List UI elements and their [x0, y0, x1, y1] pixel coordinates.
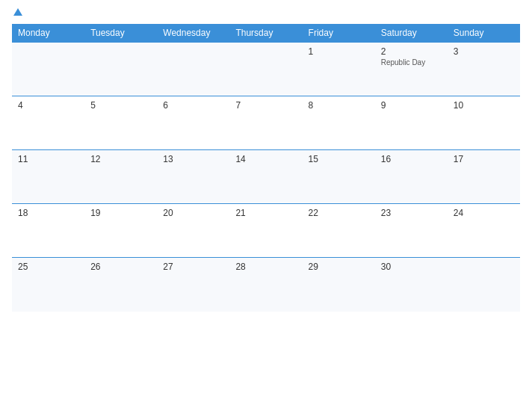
weekday-header-tuesday: Tuesday	[84, 24, 157, 43]
calendar-table: MondayTuesdayWednesdayThursdayFridaySatu…	[12, 24, 520, 312]
day-number: 28	[235, 262, 296, 272]
calendar-cell: 17	[448, 150, 520, 204]
calendar-cell	[229, 43, 302, 96]
calendar-week-row: 12Republic Day3	[12, 43, 520, 96]
calendar-page: MondayTuesdayWednesdayThursdayFridaySatu…	[0, 0, 532, 411]
calendar-cell: 10	[448, 96, 520, 150]
calendar-cell: 6	[157, 96, 229, 150]
calendar-cell: 2Republic Day	[375, 43, 448, 96]
day-number: 16	[381, 154, 442, 164]
day-number: 7	[235, 100, 296, 111]
calendar-cell: 28	[229, 258, 302, 312]
calendar-cell	[157, 43, 229, 96]
day-number: 20	[163, 208, 223, 218]
calendar-cell: 30	[375, 258, 448, 312]
weekday-header-row: MondayTuesdayWednesdayThursdayFridaySatu…	[12, 24, 520, 43]
day-number: 6	[163, 100, 223, 111]
calendar-cell: 15	[303, 150, 375, 204]
calendar-cell: 27	[157, 258, 229, 312]
calendar-cell: 4	[12, 96, 84, 150]
calendar-header: MondayTuesdayWednesdayThursdayFridaySatu…	[12, 24, 520, 43]
day-number: 22	[309, 208, 369, 218]
calendar-cell: 25	[12, 258, 84, 312]
day-number: 10	[454, 100, 514, 111]
calendar-cell: 14	[229, 150, 302, 204]
calendar-cell: 20	[157, 204, 229, 258]
day-number: 13	[163, 154, 223, 164]
calendar-cell: 1	[303, 43, 375, 96]
calendar-week-row: 18192021222324	[12, 204, 520, 258]
weekday-header-friday: Friday	[303, 24, 375, 43]
calendar-cell: 8	[303, 96, 375, 150]
day-number: 21	[235, 208, 296, 218]
calendar-cell: 23	[375, 204, 448, 258]
day-number: 14	[235, 154, 296, 164]
day-number: 15	[309, 154, 369, 164]
calendar-cell: 11	[12, 150, 84, 204]
calendar-cell: 5	[84, 96, 157, 150]
day-number: 18	[18, 208, 78, 218]
weekday-header-thursday: Thursday	[229, 24, 302, 43]
calendar-cell: 3	[448, 43, 520, 96]
calendar-cell: 7	[229, 96, 302, 150]
calendar-cell: 21	[229, 204, 302, 258]
weekday-header-monday: Monday	[12, 24, 84, 43]
calendar-cell: 24	[448, 204, 520, 258]
calendar-body: 12Republic Day34567891011121314151617181…	[12, 43, 520, 312]
day-number: 2	[381, 46, 442, 57]
calendar-cell: 22	[303, 204, 375, 258]
calendar-cell: 29	[303, 258, 375, 312]
day-number: 25	[18, 262, 78, 272]
calendar-week-row: 252627282930	[12, 258, 520, 312]
day-number: 23	[381, 208, 442, 218]
calendar-cell: 16	[375, 150, 448, 204]
day-number: 3	[454, 46, 514, 57]
holiday-label: Republic Day	[381, 58, 442, 67]
calendar-week-row: 11121314151617	[12, 150, 520, 204]
calendar-cell: 26	[84, 258, 157, 312]
calendar-cell: 9	[375, 96, 448, 150]
day-number: 24	[454, 208, 514, 218]
day-number: 4	[18, 100, 78, 111]
weekday-header-saturday: Saturday	[375, 24, 448, 43]
calendar-cell: 12	[84, 150, 157, 204]
calendar-cell: 18	[12, 204, 84, 258]
calendar-cell: 19	[84, 204, 157, 258]
day-number: 30	[381, 262, 442, 272]
day-number: 29	[309, 262, 369, 272]
day-number: 27	[163, 262, 223, 272]
calendar-cell: 13	[157, 150, 229, 204]
day-number: 19	[90, 208, 151, 218]
day-number: 9	[381, 100, 442, 111]
calendar-week-row: 45678910	[12, 96, 520, 150]
header	[12, 9, 520, 16]
day-number: 12	[90, 154, 151, 164]
weekday-header-wednesday: Wednesday	[157, 24, 229, 43]
calendar-cell	[448, 258, 520, 312]
day-number: 26	[90, 262, 151, 272]
day-number: 8	[309, 100, 369, 111]
day-number: 17	[454, 154, 514, 164]
day-number: 11	[18, 154, 78, 164]
logo	[12, 9, 22, 16]
weekday-header-sunday: Sunday	[448, 24, 520, 43]
calendar-cell	[84, 43, 157, 96]
day-number: 5	[90, 100, 151, 111]
day-number: 1	[309, 46, 369, 57]
logo-triangle-icon	[13, 8, 22, 16]
calendar-cell	[12, 43, 84, 96]
